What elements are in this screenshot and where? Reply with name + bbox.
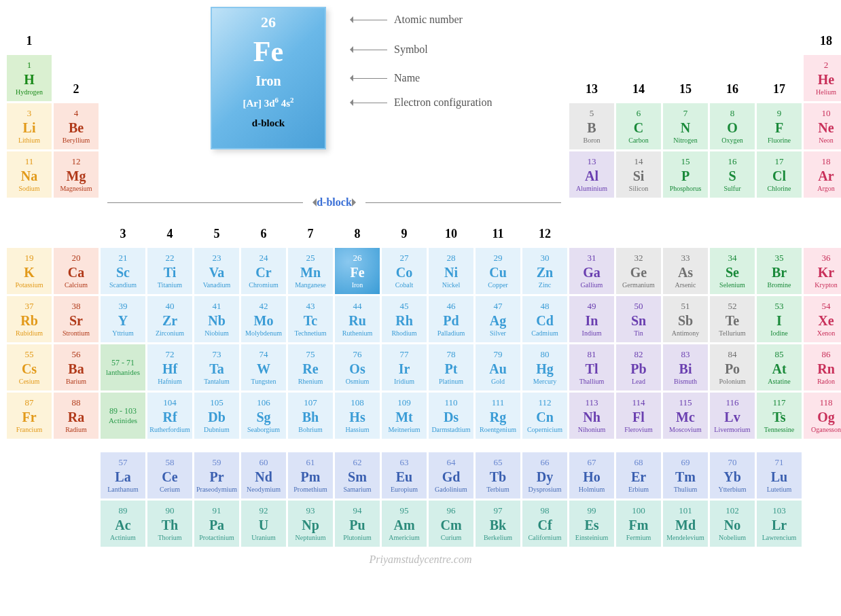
lanthanides-range-cell[interactable]: 57 - 71lanthanides bbox=[101, 344, 145, 391]
element-Br[interactable]: 35BrBromine bbox=[757, 248, 802, 294]
element-Ti[interactable]: 22TiTitanium bbox=[147, 248, 192, 294]
element-Nd[interactable]: 60NdNeodymium bbox=[241, 452, 286, 499]
element-Sm[interactable]: 62SmSamarium bbox=[335, 452, 380, 499]
element-Er[interactable]: 68ErErbium bbox=[616, 452, 661, 499]
element-Na[interactable]: 11NaSodium bbox=[7, 151, 52, 198]
element-Se[interactable]: 34SeSelenium bbox=[710, 248, 755, 294]
actinides-range-cell[interactable]: 89 - 103Actinides bbox=[101, 393, 145, 439]
element-Pd[interactable]: 46PdPalladium bbox=[429, 296, 473, 342]
element-W[interactable]: 74WTungsten bbox=[241, 344, 286, 391]
element-Ni[interactable]: 28NiNickel bbox=[429, 248, 473, 294]
element-Nh[interactable]: 113NhNihonium bbox=[569, 393, 614, 439]
element-Al[interactable]: 13AlAluminium bbox=[569, 151, 614, 198]
element-No[interactable]: 102NoNobelium bbox=[710, 501, 755, 547]
element-Va[interactable]: 23VaVanadium bbox=[194, 248, 239, 294]
element-Tl[interactable]: 81TlThallium bbox=[569, 344, 614, 391]
element-Mo[interactable]: 42MoMolybdenum bbox=[241, 296, 286, 342]
element-Tc[interactable]: 43TcTechnetium bbox=[288, 296, 333, 342]
element-Yb[interactable]: 70YbYtterbium bbox=[710, 452, 755, 499]
element-Fm[interactable]: 100FmFermium bbox=[616, 501, 661, 547]
element-Ho[interactable]: 67HoHolmium bbox=[569, 452, 614, 499]
element-N[interactable]: 7NNitrogen bbox=[663, 103, 708, 149]
element-Mn[interactable]: 25MnManganese bbox=[288, 248, 333, 294]
element-Ge[interactable]: 32GeGermanium bbox=[616, 248, 661, 294]
element-Ag[interactable]: 47AgSilver bbox=[476, 296, 520, 342]
element-Hs[interactable]: 108HsHassium bbox=[335, 393, 380, 439]
element-O[interactable]: 8OOxygen bbox=[710, 103, 755, 149]
element-Rh[interactable]: 45RhRhodium bbox=[382, 296, 427, 342]
element-Rb[interactable]: 37RbRubidium bbox=[7, 296, 52, 342]
element-Lu[interactable]: 71LuLutetium bbox=[757, 452, 802, 499]
element-Ta[interactable]: 73TaTantalum bbox=[194, 344, 239, 391]
element-Au[interactable]: 79AuGold bbox=[476, 344, 520, 391]
element-Pt[interactable]: 78PtPlatinum bbox=[429, 344, 473, 391]
element-Co[interactable]: 27CoCobalt bbox=[382, 248, 427, 294]
element-Cu[interactable]: 29CuCopper bbox=[476, 248, 520, 294]
element-Db[interactable]: 105DbDubnium bbox=[194, 393, 239, 439]
element-Th[interactable]: 90ThThorium bbox=[147, 501, 192, 547]
element-He[interactable]: 2HeHelium bbox=[804, 55, 841, 101]
element-Bk[interactable]: 97BkBerkelium bbox=[476, 501, 520, 547]
element-Sg[interactable]: 106SgSeaborgium bbox=[241, 393, 286, 439]
element-Ir[interactable]: 77IrIridium bbox=[382, 344, 427, 391]
element-Zr[interactable]: 40ZrZirconium bbox=[147, 296, 192, 342]
element-In[interactable]: 49InIndium bbox=[569, 296, 614, 342]
element-C[interactable]: 6CCarbon bbox=[616, 103, 661, 149]
element-Cf[interactable]: 98CfCalifornium bbox=[522, 501, 567, 547]
element-Po[interactable]: 84PoPolonium bbox=[710, 344, 755, 391]
element-Ga[interactable]: 31GaGallium bbox=[569, 248, 614, 294]
element-P[interactable]: 15PPhosphorus bbox=[663, 151, 708, 198]
element-Rn[interactable]: 86RnRadon bbox=[804, 344, 841, 391]
element-Pa[interactable]: 91PaProtactinium bbox=[194, 501, 239, 547]
element-Tb[interactable]: 65TbTerbium bbox=[476, 452, 520, 499]
element-Hf[interactable]: 72HfHafnium bbox=[147, 344, 192, 391]
element-Os[interactable]: 76OsOsmium bbox=[335, 344, 380, 391]
element-Fr[interactable]: 87FrFrancium bbox=[7, 393, 52, 439]
element-Hg[interactable]: 80HgMercury bbox=[522, 344, 567, 391]
element-Re[interactable]: 75ReRhenium bbox=[288, 344, 333, 391]
element-Ru[interactable]: 44RuRuthenium bbox=[335, 296, 380, 342]
element-Ds[interactable]: 110DsDarmstadtium bbox=[429, 393, 473, 439]
element-Tm[interactable]: 69TmThulium bbox=[663, 452, 708, 499]
element-I[interactable]: 53IIodine bbox=[757, 296, 802, 342]
element-Pr[interactable]: 59PrPraseodymium bbox=[194, 452, 239, 499]
element-Bh[interactable]: 107BhBohrium bbox=[288, 393, 333, 439]
element-Lv[interactable]: 116LvLivermorium bbox=[710, 393, 755, 439]
element-Cl[interactable]: 17ClChlorine bbox=[757, 151, 802, 198]
element-Zn[interactable]: 30ZnZinc bbox=[522, 248, 567, 294]
element-Ts[interactable]: 117TsTennessine bbox=[757, 393, 802, 439]
element-As[interactable]: 33AsArsenic bbox=[663, 248, 708, 294]
element-Cd[interactable]: 48CdCadmium bbox=[522, 296, 567, 342]
element-Xe[interactable]: 54XeXenon bbox=[804, 296, 841, 342]
element-Pu[interactable]: 94PuPlutonium bbox=[335, 501, 380, 547]
element-Mc[interactable]: 115McMoscovium bbox=[663, 393, 708, 439]
element-B[interactable]: 5BBoron bbox=[569, 103, 614, 149]
element-Li[interactable]: 3LiLithium bbox=[7, 103, 52, 149]
element-Pm[interactable]: 61PmPromethium bbox=[288, 452, 333, 499]
element-Am[interactable]: 95AmAmericium bbox=[382, 501, 427, 547]
element-Sc[interactable]: 21ScScandium bbox=[101, 248, 145, 294]
element-Lr[interactable]: 103LrLawrencium bbox=[757, 501, 802, 547]
element-Y[interactable]: 39YYttrium bbox=[101, 296, 145, 342]
element-Cr[interactable]: 24CrChromium bbox=[241, 248, 286, 294]
element-Sn[interactable]: 50SnTin bbox=[616, 296, 661, 342]
element-Fe[interactable]: 26FeIron bbox=[335, 248, 380, 294]
element-Og[interactable]: 118OgOganesson bbox=[804, 393, 841, 439]
element-Ca[interactable]: 20CaCalcium bbox=[54, 248, 99, 294]
element-Rf[interactable]: 104RfRutherfordium bbox=[147, 393, 192, 439]
element-Mg[interactable]: 12MgMagnesium bbox=[54, 151, 99, 198]
element-Be[interactable]: 4BeBeryllium bbox=[54, 103, 99, 149]
element-Ac[interactable]: 89AcActinium bbox=[101, 501, 145, 547]
element-Ar[interactable]: 18ArArgon bbox=[804, 151, 841, 198]
element-Ne[interactable]: 10NeNeon bbox=[804, 103, 841, 149]
element-Cm[interactable]: 96CmCurium bbox=[429, 501, 473, 547]
element-Bi[interactable]: 83BiBismuth bbox=[663, 344, 708, 391]
element-Eu[interactable]: 63EuEuropium bbox=[382, 452, 427, 499]
element-S[interactable]: 16SSulfur bbox=[710, 151, 755, 198]
element-Ce[interactable]: 58CeCerium bbox=[147, 452, 192, 499]
element-Te[interactable]: 52TeTellurium bbox=[710, 296, 755, 342]
element-Dy[interactable]: 66DyDysprosium bbox=[522, 452, 567, 499]
element-Es[interactable]: 99EsEinsteinium bbox=[569, 501, 614, 547]
element-Sr[interactable]: 38SrStrontium bbox=[54, 296, 99, 342]
element-Pb[interactable]: 82PbLead bbox=[616, 344, 661, 391]
